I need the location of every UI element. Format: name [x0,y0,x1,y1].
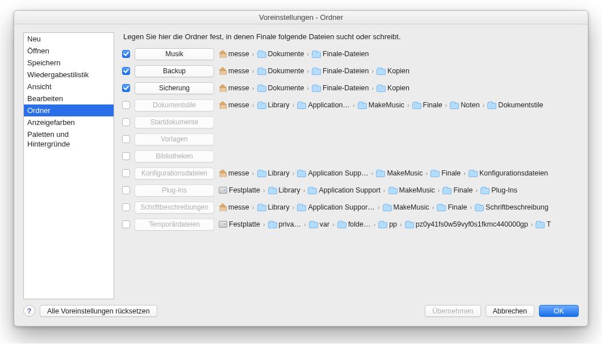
folder-row: Sicherungmesse›Dokumente›Finale-Dateien›… [122,80,579,97]
choose-folder-button[interactable]: Schriftbeschreibungen [135,202,214,214]
breadcrumb-segment[interactable]: Finale [412,101,442,109]
breadcrumb-label: Kopien [387,84,409,92]
breadcrumb-segment[interactable]: Dokumentstile [487,101,543,109]
breadcrumb-segment[interactable]: Application Support [308,186,380,194]
sidebar-item-8[interactable]: Paletten und Hintergründe [24,128,114,150]
sidebar-item-0[interactable]: Neu [24,33,114,45]
breadcrumb-segment[interactable]: Dokumente [257,50,304,58]
apply-button[interactable]: Übernehmen [425,305,480,317]
breadcrumb-segment[interactable]: pz0y41fs0w59vyf0s1fkmc440000gp [405,220,528,228]
enable-checkbox[interactable] [122,220,130,228]
breadcrumb-segment[interactable]: Library [257,203,290,211]
breadcrumb-label: Festplatte [229,220,260,228]
breadcrumb-segment[interactable]: messe [219,101,249,109]
breadcrumb-segment[interactable]: var [309,220,329,228]
breadcrumb-segment[interactable]: folde… [337,220,371,228]
enable-checkbox[interactable] [122,118,130,126]
breadcrumb-segment[interactable]: Schriftbeschreibung [475,203,548,211]
folder-icon [257,69,266,75]
breadcrumb-segment[interactable]: MakeMusic [388,186,435,194]
choose-folder-button[interactable]: Bibliotheken [135,150,214,162]
breadcrumb-segment[interactable]: Finale [437,203,467,211]
enable-checkbox[interactable] [122,67,130,75]
breadcrumb-segment[interactable]: Dokumente [257,67,304,75]
sidebar-item-1[interactable]: Öffnen [24,45,114,57]
breadcrumb-segment[interactable]: Kopien [377,67,409,75]
choose-folder-button[interactable]: Backup [135,65,214,77]
choose-folder-button[interactable]: Vorlagen [135,133,214,145]
breadcrumb-segment[interactable]: Finale-Dateien [312,67,369,75]
sidebar-item-4[interactable]: Ansicht [24,81,114,93]
breadcrumb-segment[interactable]: Konfigurationsdateien [469,169,548,177]
choose-folder-button[interactable]: Sicherung [135,82,214,94]
breadcrumb-segment[interactable]: messe [219,169,249,177]
sidebar-item-6[interactable]: Ordner [24,104,114,116]
breadcrumb-segment[interactable]: MakeMusic [358,101,404,109]
sidebar-item-7[interactable]: Anzeigefarben [24,116,114,128]
breadcrumb-segment[interactable]: Library [257,101,290,109]
enable-checkbox[interactable] [122,84,130,92]
choose-folder-button[interactable]: Temporärdateien [135,219,214,231]
chevron-right-icon: › [371,68,374,74]
enable-checkbox[interactable] [122,50,130,58]
breadcrumb-segment[interactable]: Library [257,169,290,177]
breadcrumb-segment[interactable]: priva… [268,220,302,228]
chevron-right-icon: › [252,204,254,211]
breadcrumb-label: Noten [461,101,479,109]
folder-icon [312,69,321,75]
choose-folder-button[interactable]: Musik [135,48,214,60]
breadcrumb-segment[interactable]: Festplatte [219,186,260,194]
breadcrumb-segment[interactable]: Finale [430,169,461,177]
breadcrumb-segment[interactable]: messe [219,84,249,92]
breadcrumb-segment[interactable]: T [536,220,551,228]
breadcrumb-label: Finale [423,101,442,109]
breadcrumb-segment[interactable]: Dokumente [257,84,304,92]
enable-checkbox[interactable] [122,169,130,177]
choose-folder-button[interactable]: Dokumentstile [135,99,214,111]
enable-checkbox[interactable] [122,152,130,160]
path-breadcrumb: Festplatte›Library›Application Support›M… [219,186,517,194]
breadcrumb-segment[interactable]: pp [378,220,397,228]
breadcrumb-segment[interactable]: messe [219,203,249,211]
enable-checkbox[interactable] [122,135,130,143]
folder-icon [430,171,440,177]
sidebar-item-5[interactable]: Bearbeiten [24,93,114,104]
sidebar-item-2[interactable]: Speichern [24,57,114,69]
choose-folder-button[interactable]: Konfigurationsdateien [135,168,214,179]
breadcrumb-segment[interactable]: Application… [297,101,350,109]
ok-button[interactable]: OK [539,305,579,317]
breadcrumb-segment[interactable]: Finale-Dateien [312,50,369,58]
folder-icon [383,205,392,211]
choose-folder-button[interactable]: Startdokumente [135,116,214,128]
breadcrumb-segment[interactable]: Finale-Dateien [312,84,369,92]
enable-checkbox[interactable] [122,101,130,109]
breadcrumb-segment[interactable]: messe [219,50,249,58]
enable-checkbox[interactable] [122,186,130,194]
choose-folder-button[interactable]: Plug-Ins [135,185,214,196]
breadcrumb-segment[interactable]: Festplatte [219,220,260,228]
sidebar-item-3[interactable]: Wiedergabestilistik [24,69,114,81]
breadcrumb-segment[interactable]: Application Suppor… [297,203,374,211]
help-button[interactable]: ? [23,305,35,317]
reset-all-button[interactable]: Alle Voreinstellungen rücksetzen [40,305,157,317]
enable-checkbox[interactable] [122,203,130,211]
folder-row: Vorlagen [122,131,579,148]
breadcrumb-label: Library [268,203,290,211]
breadcrumb-segment[interactable]: Noten [450,101,479,109]
breadcrumb-segment[interactable]: Library [268,186,300,194]
folder-icon [469,171,478,177]
breadcrumb-label: priva… [279,220,302,228]
breadcrumb-segment[interactable]: Finale [442,186,473,194]
chevron-right-icon: › [400,221,402,228]
folder-icon [257,52,266,58]
breadcrumb-segment[interactable]: Application Supp… [297,169,368,177]
cancel-button[interactable]: Abbrechen [486,305,534,317]
breadcrumb-segment[interactable]: Kopien [377,84,409,92]
breadcrumb-segment[interactable]: messe [219,67,249,75]
breadcrumb-segment[interactable]: MakeMusic [383,203,429,211]
folder-icon [268,222,277,228]
category-sidebar: NeuÖffnenSpeichernWiedergabestilistikAns… [23,32,114,299]
breadcrumb-label: Finale [441,169,461,177]
breadcrumb-segment[interactable]: Plug-Ins [480,186,517,194]
breadcrumb-segment[interactable]: MakeMusic [376,169,423,177]
